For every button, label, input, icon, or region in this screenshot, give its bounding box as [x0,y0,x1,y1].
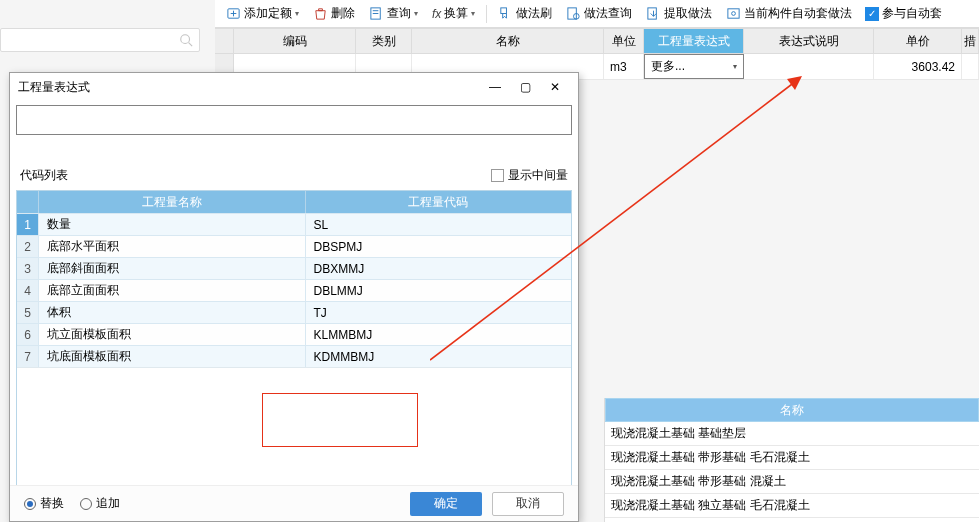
add-quota-button[interactable]: 添加定额 ▾ [223,3,302,24]
col-unit[interactable]: 单位 [604,29,644,53]
maximize-button[interactable]: ▢ [510,76,540,98]
separator [486,5,487,23]
fx-icon: fx [432,7,441,21]
show-inter-checkbox[interactable]: 显示中间量 [491,167,568,184]
row-name: 数量 [39,214,306,235]
table-row[interactable]: 5 体积 TJ [17,301,571,323]
bottom-header[interactable]: 名称 [605,398,979,422]
radio-icon [24,498,36,510]
auto-set-label: 当前构件自动套做法 [744,5,852,22]
expression-dialog: 工程量表达式 — ▢ ✕ 代码列表 显示中间量 工程量名称 工程量代码 1 数量… [9,72,579,522]
replace-label: 替换 [40,495,64,512]
col-expr[interactable]: 工程量表达式 [644,29,744,53]
cancel-label: 取消 [516,495,540,512]
ok-button[interactable]: 确定 [410,492,482,516]
chevron-down-icon: ▾ [733,62,737,71]
table-row[interactable]: 4 底部立面面积 DBLMMJ [17,279,571,301]
do-query-icon [566,6,581,21]
dialog-footer: 替换 追加 确定 取消 [10,485,578,521]
svg-rect-12 [728,9,739,18]
cell-desc[interactable] [744,54,874,79]
row-num: 5 [17,302,39,323]
list-item[interactable]: 现浇混凝土基础 独立基础 毛石混凝土 [605,494,979,518]
do-query-label: 做法查询 [584,5,632,22]
grid-header: 编码 类别 名称 单位 工程量表达式 表达式说明 单价 措 [215,28,979,54]
row-num: 2 [17,236,39,257]
table-row[interactable]: 3 底部斜面面积 DBXMMJ [17,257,571,279]
ct-col-name[interactable]: 工程量名称 [39,191,306,213]
left-search-box[interactable] [0,28,200,52]
extract-label: 提取做法 [664,5,712,22]
ok-label: 确定 [434,495,458,512]
cancel-button[interactable]: 取消 [492,492,564,516]
table-row[interactable]: 1 数量 SL [17,213,571,235]
show-inter-label: 显示中间量 [508,167,568,184]
col-desc[interactable]: 表达式说明 [744,29,874,53]
row-name: 坑底面模板面积 [39,346,306,367]
col-code[interactable]: 编码 [234,29,356,53]
do-query-button[interactable]: 做法查询 [563,3,635,24]
col-type[interactable]: 类别 [356,29,412,53]
row-code: DBXMMJ [306,258,572,279]
row-name: 底部水平面积 [39,236,306,257]
append-label: 追加 [96,495,120,512]
participate-label: 参与自动套 [882,5,942,22]
cell-expr-dropdown[interactable]: 更多... ▾ [644,54,744,79]
convert-button[interactable]: fx 换算 ▾ [429,3,478,24]
participate-checkbox[interactable]: ✓ 参与自动套 [865,5,942,22]
row-code: KLMMBMJ [306,324,572,345]
row-num: 4 [17,280,39,301]
table-row[interactable]: 2 底部水平面积 DBSPMJ [17,235,571,257]
dialog-titlebar[interactable]: 工程量表达式 — ▢ ✕ [10,73,578,101]
col-price[interactable]: 单价 [874,29,962,53]
dropdown-icon: ▾ [295,9,299,18]
row-num: 1 [17,214,39,235]
code-table: 工程量名称 工程量代码 1 数量 SL 2 底部水平面积 DBSPMJ 3 底部… [16,190,572,498]
expression-input[interactable] [16,105,572,135]
cell-unit[interactable]: m3 [604,54,644,79]
row-name: 底部斜面面积 [39,258,306,279]
checkbox-icon [491,169,504,182]
delete-icon [313,6,328,21]
search-icon [179,33,193,47]
cell-expr-text: 更多... [651,58,685,75]
replace-radio[interactable]: 替换 [24,495,64,512]
col-last[interactable]: 措 [962,29,979,53]
svg-point-13 [732,12,736,16]
list-item[interactable]: 现浇混凝土基础 带形基础 混凝土 [605,470,979,494]
grid-corner [215,29,234,53]
list-item[interactable]: 现浇混凝土基础 带形基础 毛石混凝土 [605,446,979,470]
toolbar: 添加定额 ▾ 删除 查询 ▾ fx 换算 ▾ 做法刷 做法查询 提取做法 当前构… [215,0,979,28]
append-radio[interactable]: 追加 [80,495,120,512]
auto-set-button[interactable]: 当前构件自动套做法 [723,3,855,24]
row-num: 3 [17,258,39,279]
list-item[interactable]: 现浇混凝土基础 基础垫层 [605,422,979,446]
query-button[interactable]: 查询 ▾ [366,3,421,24]
row-code: SL [306,214,572,235]
dropdown-icon: ▾ [414,9,418,18]
minimize-icon: — [489,80,501,94]
table-row[interactable]: 6 坑立面模板面积 KLMMBMJ [17,323,571,345]
list-item[interactable]: 现浇混凝土基础 独立基础 混凝土 [605,518,979,522]
svg-line-1 [189,43,193,47]
add-quota-label: 添加定额 [244,5,292,22]
svg-rect-11 [648,8,656,19]
delete-button[interactable]: 删除 [310,3,358,24]
close-button[interactable]: ✕ [540,76,570,98]
row-code: DBSPMJ [306,236,572,257]
minimize-button[interactable]: — [480,76,510,98]
delete-label: 删除 [331,5,355,22]
dialog-title: 工程量表达式 [18,79,90,96]
check-icon: ✓ [865,7,879,21]
extract-button[interactable]: 提取做法 [643,3,715,24]
cell-last[interactable] [962,54,979,79]
table-row[interactable]: 7 坑底面模板面积 KDMMBMJ [17,345,571,367]
ct-col-code[interactable]: 工程量代码 [306,191,572,213]
row-code: DBLMMJ [306,280,572,301]
bottom-grid: 名称 现浇混凝土基础 基础垫层 现浇混凝土基础 带形基础 毛石混凝土 现浇混凝土… [604,398,979,522]
row-name: 坑立面模板面积 [39,324,306,345]
brush-button[interactable]: 做法刷 [495,3,555,24]
brush-label: 做法刷 [516,5,552,22]
col-name[interactable]: 名称 [412,29,604,53]
cell-price[interactable]: 3603.42 [874,54,962,79]
